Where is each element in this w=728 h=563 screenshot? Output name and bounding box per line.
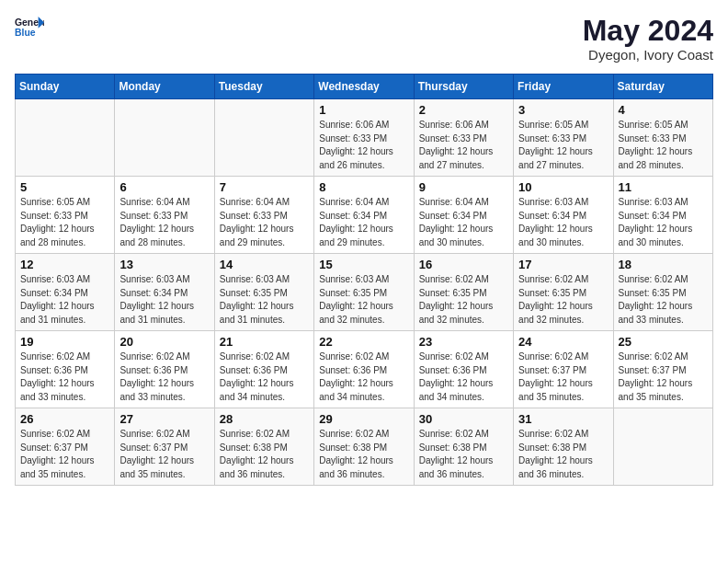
day-number: 31 [518, 412, 608, 426]
day-number: 19 [20, 335, 109, 349]
day-number: 1 [319, 103, 408, 117]
calendar-week-2: 5Sunrise: 6:05 AMSunset: 6:33 PMDaylight… [16, 177, 713, 254]
calendar-cell [16, 99, 115, 177]
cell-info: Sunrise: 6:02 AMSunset: 6:36 PMDaylight:… [119, 350, 209, 404]
calendar-cell [115, 99, 214, 177]
day-number: 16 [419, 258, 508, 271]
calendar-cell [214, 99, 313, 177]
day-number: 7 [220, 180, 309, 194]
logo-icon: General Blue [15, 15, 44, 40]
day-number: 29 [319, 412, 408, 426]
day-number: 30 [419, 412, 508, 426]
calendar-week-4: 19Sunrise: 6:02 AMSunset: 6:36 PMDayligh… [16, 331, 713, 408]
cell-info: Sunrise: 6:05 AMSunset: 6:33 PMDaylight:… [20, 196, 109, 249]
month-title: May 2024 [583, 15, 713, 47]
calendar-cell: 26Sunrise: 6:02 AMSunset: 6:37 PMDayligh… [16, 408, 115, 486]
calendar-cell: 13Sunrise: 6:03 AMSunset: 6:34 PMDayligh… [115, 254, 214, 331]
day-number: 23 [419, 335, 508, 349]
weekday-sunday: Sunday [16, 75, 115, 99]
cell-info: Sunrise: 6:02 AMSunset: 6:36 PMDaylight:… [20, 350, 109, 404]
cell-info: Sunrise: 6:03 AMSunset: 6:34 PMDaylight:… [518, 196, 608, 249]
day-number: 3 [518, 103, 608, 117]
calendar-cell: 9Sunrise: 6:04 AMSunset: 6:34 PMDaylight… [414, 177, 513, 254]
cell-info: Sunrise: 6:04 AMSunset: 6:34 PMDaylight:… [419, 196, 508, 249]
day-number: 6 [119, 180, 209, 194]
calendar-cell: 24Sunrise: 6:02 AMSunset: 6:37 PMDayligh… [514, 331, 613, 408]
day-number: 22 [319, 335, 408, 349]
calendar-table: SundayMondayTuesdayWednesdayThursdayFrid… [15, 74, 713, 486]
calendar-cell: 5Sunrise: 6:05 AMSunset: 6:33 PMDaylight… [16, 177, 115, 254]
calendar-cell: 22Sunrise: 6:02 AMSunset: 6:36 PMDayligh… [314, 331, 414, 408]
cell-info: Sunrise: 6:02 AMSunset: 6:38 PMDaylight:… [220, 428, 309, 481]
calendar-cell: 25Sunrise: 6:02 AMSunset: 6:37 PMDayligh… [613, 331, 712, 408]
title-block: May 2024 Dyegon, Ivory Coast [583, 15, 713, 63]
calendar-cell: 23Sunrise: 6:02 AMSunset: 6:36 PMDayligh… [414, 331, 513, 408]
day-number: 5 [20, 180, 109, 194]
cell-info: Sunrise: 6:02 AMSunset: 6:36 PMDaylight:… [419, 350, 508, 404]
calendar-cell: 19Sunrise: 6:02 AMSunset: 6:36 PMDayligh… [16, 331, 115, 408]
day-number: 28 [220, 412, 309, 426]
cell-info: Sunrise: 6:06 AMSunset: 6:33 PMDaylight:… [419, 119, 508, 172]
cell-info: Sunrise: 6:03 AMSunset: 6:35 PMDaylight:… [319, 273, 408, 327]
calendar-cell: 16Sunrise: 6:02 AMSunset: 6:35 PMDayligh… [414, 254, 513, 331]
page-header: General Blue May 2024 Dyegon, Ivory Coas… [15, 15, 713, 63]
weekday-friday: Friday [514, 75, 613, 99]
calendar-cell [613, 408, 712, 486]
calendar-cell: 7Sunrise: 6:04 AMSunset: 6:33 PMDaylight… [214, 177, 313, 254]
cell-info: Sunrise: 6:02 AMSunset: 6:37 PMDaylight:… [20, 428, 109, 481]
cell-info: Sunrise: 6:02 AMSunset: 6:35 PMDaylight:… [419, 273, 508, 327]
day-number: 17 [518, 258, 608, 271]
weekday-thursday: Thursday [414, 75, 513, 99]
calendar-cell: 6Sunrise: 6:04 AMSunset: 6:33 PMDaylight… [115, 177, 214, 254]
cell-info: Sunrise: 6:05 AMSunset: 6:33 PMDaylight:… [518, 119, 608, 172]
day-number: 21 [220, 335, 309, 349]
calendar-cell: 14Sunrise: 6:03 AMSunset: 6:35 PMDayligh… [214, 254, 313, 331]
calendar-cell: 4Sunrise: 6:05 AMSunset: 6:33 PMDaylight… [613, 99, 712, 177]
cell-info: Sunrise: 6:02 AMSunset: 6:38 PMDaylight:… [518, 428, 608, 481]
cell-info: Sunrise: 6:06 AMSunset: 6:33 PMDaylight:… [319, 119, 408, 172]
cell-info: Sunrise: 6:03 AMSunset: 6:34 PMDaylight:… [119, 273, 209, 327]
day-number: 15 [319, 258, 408, 271]
day-number: 14 [220, 258, 309, 271]
day-number: 10 [518, 180, 608, 194]
calendar-cell: 27Sunrise: 6:02 AMSunset: 6:37 PMDayligh… [115, 408, 214, 486]
calendar-week-3: 12Sunrise: 6:03 AMSunset: 6:34 PMDayligh… [16, 254, 713, 331]
calendar-cell: 8Sunrise: 6:04 AMSunset: 6:34 PMDaylight… [314, 177, 414, 254]
svg-text:Blue: Blue [15, 28, 36, 38]
logo: General Blue [15, 15, 44, 40]
day-number: 24 [518, 335, 608, 349]
day-number: 4 [619, 103, 708, 117]
cell-info: Sunrise: 6:02 AMSunset: 6:36 PMDaylight:… [319, 350, 408, 404]
calendar-body: 1Sunrise: 6:06 AMSunset: 6:33 PMDaylight… [16, 99, 713, 486]
cell-info: Sunrise: 6:02 AMSunset: 6:37 PMDaylight:… [119, 428, 209, 481]
day-number: 9 [419, 180, 508, 194]
calendar-cell: 20Sunrise: 6:02 AMSunset: 6:36 PMDayligh… [115, 331, 214, 408]
day-number: 8 [319, 180, 408, 194]
day-number: 2 [419, 103, 508, 117]
weekday-header-row: SundayMondayTuesdayWednesdayThursdayFrid… [16, 75, 713, 99]
calendar-cell: 30Sunrise: 6:02 AMSunset: 6:38 PMDayligh… [414, 408, 513, 486]
cell-info: Sunrise: 6:04 AMSunset: 6:33 PMDaylight:… [119, 196, 209, 249]
calendar-cell: 3Sunrise: 6:05 AMSunset: 6:33 PMDaylight… [514, 99, 613, 177]
cell-info: Sunrise: 6:02 AMSunset: 6:38 PMDaylight:… [319, 428, 408, 481]
calendar-cell: 11Sunrise: 6:03 AMSunset: 6:34 PMDayligh… [613, 177, 712, 254]
cell-info: Sunrise: 6:02 AMSunset: 6:35 PMDaylight:… [619, 273, 708, 327]
location: Dyegon, Ivory Coast [583, 47, 713, 63]
calendar-week-1: 1Sunrise: 6:06 AMSunset: 6:33 PMDaylight… [16, 99, 713, 177]
day-number: 11 [619, 180, 708, 194]
calendar-cell: 17Sunrise: 6:02 AMSunset: 6:35 PMDayligh… [514, 254, 613, 331]
day-number: 12 [20, 258, 109, 271]
calendar-cell: 18Sunrise: 6:02 AMSunset: 6:35 PMDayligh… [613, 254, 712, 331]
day-number: 13 [119, 258, 209, 271]
cell-info: Sunrise: 6:02 AMSunset: 6:35 PMDaylight:… [518, 273, 608, 327]
cell-info: Sunrise: 6:04 AMSunset: 6:34 PMDaylight:… [319, 196, 408, 249]
cell-info: Sunrise: 6:02 AMSunset: 6:37 PMDaylight:… [619, 350, 708, 404]
weekday-wednesday: Wednesday [314, 75, 414, 99]
day-number: 18 [619, 258, 708, 271]
cell-info: Sunrise: 6:02 AMSunset: 6:37 PMDaylight:… [518, 350, 608, 404]
cell-info: Sunrise: 6:05 AMSunset: 6:33 PMDaylight:… [619, 119, 708, 172]
weekday-saturday: Saturday [613, 75, 712, 99]
cell-info: Sunrise: 6:03 AMSunset: 6:34 PMDaylight:… [619, 196, 708, 249]
calendar-cell: 12Sunrise: 6:03 AMSunset: 6:34 PMDayligh… [16, 254, 115, 331]
calendar-cell: 1Sunrise: 6:06 AMSunset: 6:33 PMDaylight… [314, 99, 414, 177]
